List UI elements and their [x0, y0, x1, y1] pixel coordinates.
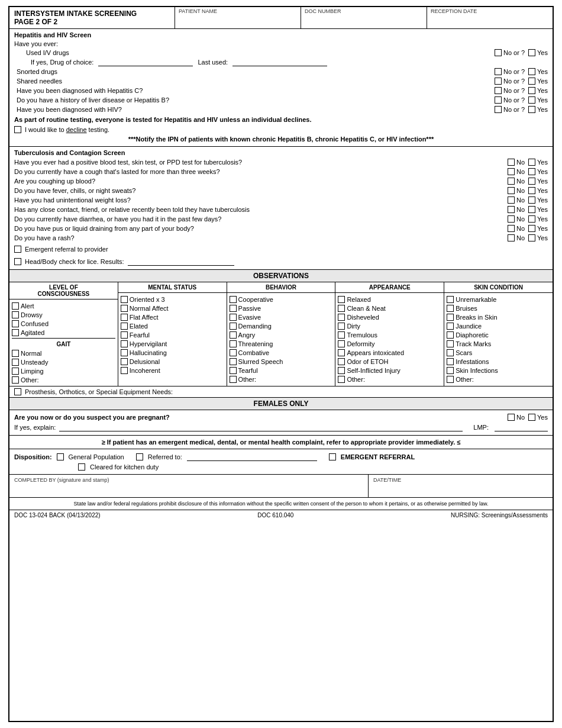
reception-date-value[interactable] [431, 14, 549, 25]
breaks-in-skin-checkbox[interactable] [447, 314, 454, 321]
skin-infections-checkbox[interactable] [447, 367, 454, 374]
tremulous-checkbox[interactable] [338, 331, 345, 339]
general-population-checkbox[interactable] [57, 453, 64, 460]
diaphoretic-checkbox[interactable] [447, 331, 454, 339]
shared-yes-checkbox[interactable] [528, 78, 535, 85]
appears-intoxicated-checkbox[interactable] [338, 349, 345, 356]
unsteady-checkbox[interactable] [12, 359, 19, 366]
referred-to-field[interactable] [187, 453, 317, 461]
emergent-referral-checkbox[interactable] [14, 246, 21, 253]
tb-q3-no-checkbox[interactable] [508, 178, 515, 185]
date-time-field: DATE/TIME [369, 475, 553, 497]
iv-drugs-yes-checkbox[interactable] [528, 49, 535, 56]
gait-other-checkbox[interactable] [12, 376, 19, 384]
odor-etoh-checkbox[interactable] [338, 358, 345, 365]
prosthesis-checkbox[interactable] [14, 388, 21, 395]
tb-q4-yes-checkbox[interactable] [528, 187, 535, 194]
cleared-kitchen-checkbox[interactable] [78, 463, 85, 471]
skin-other-checkbox[interactable] [447, 376, 454, 383]
if-yes-field[interactable] [59, 423, 463, 431]
tb-q3-yes-checkbox[interactable] [528, 178, 535, 185]
decline-checkbox[interactable] [14, 126, 21, 133]
agitated-checkbox[interactable] [12, 329, 19, 336]
prosthesis-row: Prosthesis, Orthotics, or Special Equipm… [9, 386, 553, 398]
iv-drugs-no-checkbox[interactable] [495, 49, 502, 56]
bruises-checkbox[interactable] [447, 305, 454, 312]
angry-checkbox[interactable] [230, 331, 237, 339]
passive-checkbox[interactable] [230, 305, 237, 312]
confused-checkbox[interactable] [12, 320, 19, 327]
hiv-yes-checkbox[interactable] [528, 106, 535, 113]
tb-q2-no-checkbox[interactable] [508, 168, 515, 175]
liver-yes-checkbox[interactable] [528, 96, 535, 104]
behavior-other-checkbox[interactable] [230, 376, 237, 383]
disheveled-checkbox[interactable] [338, 314, 345, 321]
alert-checkbox[interactable] [12, 302, 19, 310]
tb-q7-no-checkbox[interactable] [508, 215, 515, 223]
tb-q5-no-checkbox[interactable] [508, 197, 515, 204]
combative-checkbox[interactable] [230, 349, 237, 356]
tb-q6-yes-checkbox[interactable] [528, 206, 535, 213]
tb-q6-no-checkbox[interactable] [508, 206, 515, 213]
cooperative-checkbox[interactable] [230, 296, 237, 303]
jaundice-checkbox[interactable] [447, 323, 454, 330]
liver-no-checkbox[interactable] [495, 96, 502, 104]
slurred-speech-checkbox[interactable] [230, 358, 237, 365]
oriented-checkbox[interactable] [121, 296, 128, 303]
tb-q9-yes-checkbox[interactable] [528, 234, 535, 241]
tb-q1-yes-checkbox[interactable] [528, 159, 535, 166]
hep-c-yes-checkbox[interactable] [528, 87, 535, 94]
tb-q4-no-checkbox[interactable] [508, 187, 515, 194]
infestations-checkbox[interactable] [447, 358, 454, 365]
referred-to-checkbox[interactable] [136, 453, 143, 460]
track-marks-checkbox[interactable] [447, 340, 454, 347]
scars-checkbox[interactable] [447, 349, 454, 356]
last-used-field[interactable] [232, 58, 327, 66]
tb-q5-yes-checkbox[interactable] [528, 197, 535, 204]
doc-number-value[interactable] [305, 14, 423, 25]
flat-affect-checkbox[interactable] [121, 314, 128, 321]
hallucinating-checkbox[interactable] [121, 349, 128, 356]
head-body-results-field[interactable] [128, 257, 234, 266]
completed-by-value[interactable] [14, 483, 363, 495]
head-body-checkbox[interactable] [14, 258, 21, 265]
appearance-other-checkbox[interactable] [338, 376, 345, 383]
tb-q8-yes-checkbox[interactable] [528, 225, 535, 232]
snorted-no-checkbox[interactable] [495, 68, 502, 75]
pregnant-yes-checkbox[interactable] [528, 414, 535, 421]
drowsy-checkbox[interactable] [12, 311, 19, 318]
lmp-field[interactable] [495, 423, 548, 431]
delusional-checkbox[interactable] [121, 358, 128, 365]
threatening-checkbox[interactable] [230, 340, 237, 347]
tearful-checkbox[interactable] [230, 367, 237, 374]
dirty-checkbox[interactable] [338, 323, 345, 330]
tb-q2-yes-checkbox[interactable] [528, 168, 535, 175]
tb-q9-no-checkbox[interactable] [508, 234, 515, 241]
hep-c-no-checkbox[interactable] [495, 87, 502, 94]
clean-neat-checkbox[interactable] [338, 305, 345, 312]
demanding-checkbox[interactable] [230, 323, 237, 330]
unremarkable-checkbox[interactable] [447, 296, 454, 303]
tb-q8-no-checkbox[interactable] [508, 225, 515, 232]
hypervigilant-checkbox[interactable] [121, 340, 128, 347]
snorted-yes-checkbox[interactable] [528, 68, 535, 75]
tb-q1-no-checkbox[interactable] [508, 159, 515, 166]
shared-no-checkbox[interactable] [495, 78, 502, 85]
date-time-value[interactable] [373, 483, 548, 495]
pregnant-no-checkbox[interactable] [508, 414, 515, 421]
limping-checkbox[interactable] [12, 368, 19, 375]
self-inflicted-checkbox[interactable] [338, 367, 345, 374]
normal-affect-checkbox[interactable] [121, 305, 128, 312]
elated-checkbox[interactable] [121, 323, 128, 330]
tb-q7-yes-checkbox[interactable] [528, 215, 535, 223]
relaxed-checkbox[interactable] [338, 296, 345, 303]
drug-choice-field[interactable] [98, 58, 193, 66]
hiv-no-checkbox[interactable] [495, 106, 502, 113]
incoherent-checkbox[interactable] [121, 367, 128, 374]
evasive-checkbox[interactable] [230, 314, 237, 321]
normal-gait-checkbox[interactable] [12, 350, 19, 357]
fearful-checkbox[interactable] [121, 331, 128, 339]
deformity-checkbox[interactable] [338, 340, 345, 347]
patient-name-value[interactable] [179, 14, 297, 25]
emergent-referral-disp-checkbox[interactable] [329, 453, 336, 460]
